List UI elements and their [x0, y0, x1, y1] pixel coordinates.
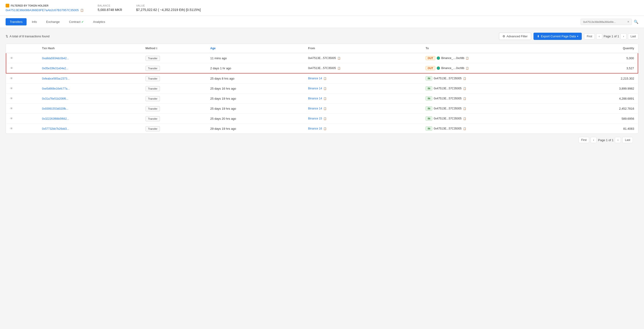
eye-icon[interactable]: 👁	[10, 107, 13, 110]
copy-from-icon[interactable]: 📋	[324, 127, 327, 130]
quantity-value: 589.6956	[622, 117, 634, 120]
bottom-page-text: Page 1 of 1	[598, 138, 614, 142]
age-cell: 25 days 19 hrs ago	[206, 94, 304, 104]
from-address[interactable]: Binance 16	[308, 127, 322, 130]
total-label: A total of 8 transactions found	[10, 35, 50, 38]
tab-analytics[interactable]: Analytics	[89, 18, 109, 26]
copy-from-icon[interactable]: 📋	[324, 117, 327, 120]
copy-to-icon[interactable]: 📋	[463, 87, 466, 90]
copy-from-icon[interactable]: 📋	[324, 87, 327, 90]
txhash-link[interactable]: 0x31a76e51b206f6...	[42, 97, 68, 100]
col-txhash: Txn Hash	[38, 44, 142, 53]
eye-icon[interactable]: 👁	[10, 97, 13, 100]
bottom-first-page-button[interactable]: First	[578, 137, 589, 143]
value-block: VALUE $7,275,022.62 ( ~4,352.2319 Eth) […	[136, 4, 201, 12]
txhash-cell: 0x31a76e51b206f6...	[38, 94, 142, 104]
copy-address-icon[interactable]: 📋	[80, 9, 84, 12]
copy-from-icon[interactable]: 📋	[338, 67, 341, 70]
search-address-text: 0x47513e36b088a366e6fe...	[583, 21, 616, 23]
clear-search-icon[interactable]: ✕	[627, 20, 629, 23]
from-address[interactable]: Binance 14	[308, 97, 322, 100]
tab-exchange[interactable]: Exchange	[42, 18, 64, 26]
quantity-value: 3,899.9982	[619, 87, 634, 90]
txhash-link[interactable]: 0x57732bb7b26dd3...	[42, 127, 69, 130]
copy-to-icon[interactable]: 📋	[463, 77, 466, 80]
bottom-prev-page-button[interactable]: ‹	[590, 137, 597, 143]
eye-icon[interactable]: 👁	[10, 56, 13, 60]
txhash-link[interactable]: 0x05e33fe31e04e2...	[42, 67, 68, 70]
last-page-button[interactable]: Last	[628, 33, 638, 40]
filter-badge: 🔶 FILTERED BY TOKEN HOLDER 0x47513E36b08…	[6, 4, 84, 12]
method-badge: Transfer	[146, 96, 160, 101]
from-address[interactable]: Binance 14	[308, 77, 322, 80]
bottom-next-page-button[interactable]: ›	[615, 137, 621, 143]
copy-from-icon[interactable]: 📋	[324, 97, 327, 100]
eye-cell: 👁	[6, 104, 38, 114]
eye-icon[interactable]: 👁	[10, 87, 13, 90]
advanced-filter-button[interactable]: ⚙ Advanced Filter	[499, 33, 531, 40]
total-text: ⇅ A total of 8 transactions found	[6, 35, 50, 38]
copy-to-icon[interactable]: 📋	[463, 127, 466, 130]
from-cell: 0x47513E...57C35005 📋	[304, 63, 422, 74]
tab-contract[interactable]: Contract ✔	[65, 18, 88, 26]
export-button[interactable]: ⬇ Export Current Page Data ▾	[534, 33, 582, 40]
table-body: 👁0xa9da5934dc0b42...Transfer11 mins ago …	[6, 53, 638, 133]
table-row: 👁0x31a76e51b206f6...Transfer25 days 19 h…	[6, 94, 638, 104]
from-address[interactable]: Binance 15	[308, 117, 322, 120]
next-page-button[interactable]: ›	[620, 33, 626, 40]
prev-page-button[interactable]: ‹	[596, 33, 602, 40]
txhash-link[interactable]: 0x322263f88b5f662...	[42, 117, 69, 120]
eye-icon[interactable]: 👁	[10, 66, 13, 70]
txhash-link[interactable]: 0xe5d668e16efc77a...	[42, 87, 70, 90]
bottom-last-page-button[interactable]: Last	[622, 137, 633, 143]
to-address[interactable]: Binance_....0xcfdb	[442, 67, 464, 70]
tab-info[interactable]: Info	[28, 18, 41, 26]
direction-badge: OUT	[426, 66, 435, 70]
copy-to-icon[interactable]: 📋	[463, 97, 466, 100]
copy-to-icon[interactable]: 📋	[463, 117, 466, 120]
search-bar: 0x47513e36b088a366e6fe... ✕ 🔍	[580, 19, 638, 25]
first-page-button[interactable]: First	[584, 33, 594, 40]
txhash-cell: 0x93991553d020fb...	[38, 104, 142, 114]
to-cell: OUT 🌐 Binance_....0xcfdb 📋	[422, 63, 571, 74]
from-cell: 0x47513E...57C35005 📋	[304, 53, 422, 63]
quantity-cell: 5,000	[571, 53, 638, 63]
to-platform-icon: 🌐	[437, 67, 440, 70]
eye-icon[interactable]: 👁	[10, 127, 13, 130]
copy-to-icon[interactable]: 📋	[466, 57, 469, 60]
address-text[interactable]: 0x47513E36b088A366E6FE7aAb2c67B37957C350…	[6, 9, 79, 12]
copy-from-icon[interactable]: 📋	[324, 77, 327, 80]
tab-transfers[interactable]: Transfers	[6, 18, 26, 26]
from-address[interactable]: Binance 14	[308, 87, 322, 90]
sort-icon: ⇅	[6, 35, 8, 38]
from-address[interactable]: Binance 14	[308, 107, 322, 110]
method-badge: Transfer	[146, 76, 160, 81]
quantity-value: 2,215.302	[621, 77, 634, 80]
to-address: 0x47513E...57C35005	[434, 107, 462, 110]
age-text: 29 days 19 hrs ago	[210, 127, 236, 130]
copy-to-icon[interactable]: 📋	[466, 67, 469, 70]
to-cell: IN 0x47513E...57C35005 📋	[422, 114, 571, 124]
search-button[interactable]: 🔍	[634, 20, 638, 24]
eye-cell: 👁	[6, 124, 38, 134]
age-text: 25 days 19 hrs ago	[210, 97, 236, 100]
copy-to-icon[interactable]: 📋	[463, 107, 466, 110]
balance-label: BALANCE	[98, 4, 122, 7]
age-cell: 29 days 19 hrs ago	[206, 124, 304, 134]
txhash-link[interactable]: 0x93991553d020fb...	[42, 107, 68, 110]
txhash-link[interactable]: 0xa9da5934dc0b42...	[42, 57, 69, 60]
txhash-link[interactable]: 0xfeabce565ac2373...	[42, 77, 70, 80]
copy-from-icon[interactable]: 📋	[338, 57, 341, 60]
eye-icon[interactable]: 👁	[10, 77, 13, 80]
quantity-cell: 589.6956	[571, 114, 638, 124]
method-badge: Transfer	[146, 66, 160, 71]
age-text: 25 days 19 hrs ago	[210, 107, 236, 110]
to-cell: IN 0x47513E...57C35005 📋	[422, 94, 571, 104]
eye-icon[interactable]: 👁	[10, 117, 13, 120]
to-address[interactable]: Binance_....0xcfdb	[442, 57, 464, 60]
quantity-value: 2,452.7816	[619, 107, 634, 110]
to-address: 0x47513E...57C35005	[434, 117, 462, 120]
copy-from-icon[interactable]: 📋	[324, 107, 327, 110]
quantity-value: 5,000	[626, 57, 634, 60]
method-info-icon[interactable]: ℹ	[156, 47, 157, 50]
